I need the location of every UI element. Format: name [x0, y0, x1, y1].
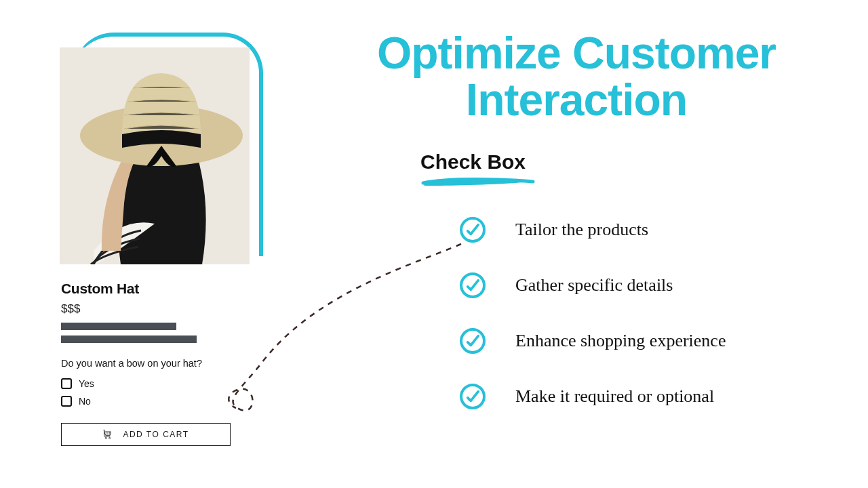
checkbox-option-no[interactable]: No: [61, 396, 264, 407]
option-label: Yes: [79, 378, 94, 389]
placeholder-line: [61, 336, 197, 343]
benefit-item: Enhance shopping experience: [460, 328, 726, 354]
cart-icon: [102, 430, 113, 439]
benefits-list: Tailor the products Gather specific deta…: [460, 217, 726, 409]
svg-point-3: [109, 437, 111, 439]
checkmark-circle-icon: [460, 217, 486, 243]
product-title: Custom Hat: [61, 281, 264, 297]
benefit-item: Make it required or optional: [460, 384, 726, 409]
brush-underline-icon: [420, 176, 536, 188]
product-price: $$$: [61, 302, 264, 316]
benefit-label: Enhance shopping experience: [515, 331, 726, 351]
product-image: [60, 47, 250, 264]
benefit-item: Gather specific details: [460, 272, 726, 298]
checkmark-circle-icon: [460, 384, 486, 409]
benefit-label: Make it required or optional: [515, 386, 714, 407]
headline: Optimize Customer Interaction: [319, 30, 834, 124]
placeholder-line: [61, 323, 176, 330]
checkmark-circle-icon: [460, 328, 486, 354]
product-question: Do you want a bow on your hat?: [61, 358, 264, 369]
option-label: No: [79, 396, 91, 407]
benefit-item: Tailor the products: [460, 217, 726, 243]
benefit-label: Tailor the products: [515, 220, 648, 240]
add-to-cart-button[interactable]: ADD TO CART: [61, 423, 231, 446]
benefit-label: Gather specific details: [515, 275, 673, 296]
svg-point-2: [106, 437, 107, 439]
checkbox-option-yes[interactable]: Yes: [61, 378, 264, 389]
checkbox-icon: [61, 378, 72, 389]
subhead: Check Box: [420, 150, 536, 174]
product-details: Custom Hat $$$ Do you want a bow on your…: [61, 281, 264, 446]
checkmark-circle-icon: [460, 272, 486, 298]
subhead-block: Check Box: [420, 150, 536, 191]
checkbox-icon: [61, 396, 72, 407]
add-to-cart-label: ADD TO CART: [123, 430, 189, 439]
